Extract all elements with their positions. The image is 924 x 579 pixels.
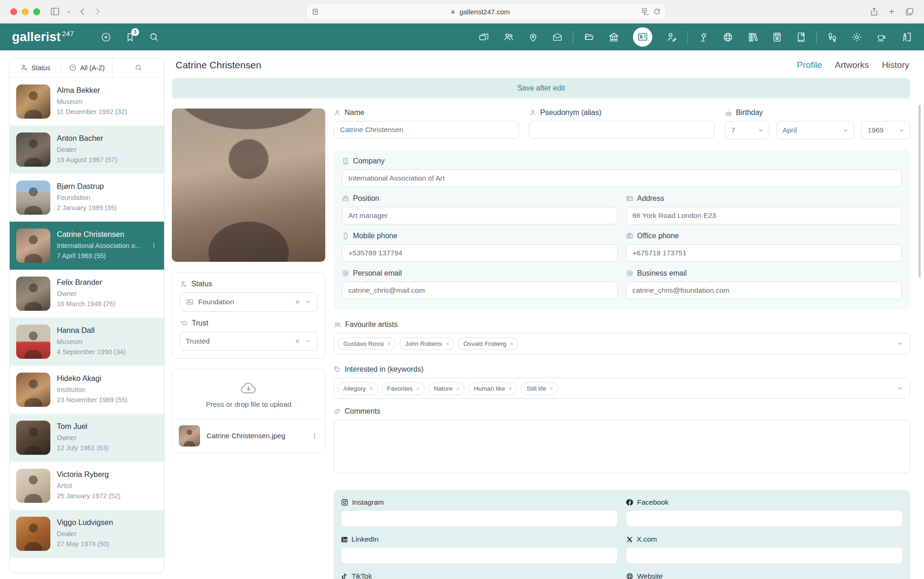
artist-chip[interactable]: Gustavo Rossi	[338, 338, 396, 350]
screens-icon[interactable]	[479, 32, 489, 42]
zoom-window-button[interactable]	[33, 8, 40, 15]
facebook-input[interactable]	[626, 510, 903, 527]
comments-textarea[interactable]	[334, 420, 910, 473]
logout-icon[interactable]	[901, 31, 912, 42]
chevron-down-icon[interactable]	[897, 340, 903, 347]
contact-list-item[interactable]: Tom JuelOwner12 July 1961 (63)	[10, 414, 164, 462]
new-tab-icon[interactable]	[888, 7, 896, 16]
chip-remove-icon[interactable]	[509, 341, 514, 346]
reload-icon[interactable]	[653, 8, 661, 15]
contact-more-options-icon[interactable]	[150, 242, 158, 249]
chip-remove-icon[interactable]	[445, 341, 450, 346]
filter-status-button[interactable]: Status	[10, 58, 61, 77]
trust-select[interactable]: Trusted	[180, 332, 317, 351]
minimize-window-button[interactable]	[22, 8, 29, 15]
tab-artworks[interactable]: Artworks	[835, 60, 869, 70]
attachment-menu-icon[interactable]	[311, 432, 318, 440]
contact-list-item[interactable]: Felix BranderOwner16 March 1948 (76)	[10, 270, 164, 318]
calculator-icon[interactable]	[772, 32, 782, 42]
share-icon[interactable]	[870, 7, 878, 16]
name-input[interactable]	[334, 121, 519, 139]
folder-icon[interactable]	[584, 32, 595, 42]
office-phone-input[interactable]	[626, 244, 902, 262]
artist-chip[interactable]: Osvald Froberg	[458, 338, 518, 350]
contact-card-icon-active[interactable]	[633, 27, 652, 47]
keyword-chip[interactable]: Favorites	[382, 382, 425, 395]
clients-icon[interactable]	[503, 31, 514, 42]
personal-email-input[interactable]	[342, 282, 618, 299]
person-edit-icon[interactable]	[666, 31, 677, 42]
footprints-icon[interactable]	[827, 32, 838, 42]
business-email-input[interactable]	[626, 282, 902, 299]
keyword-chip[interactable]: Nature	[428, 382, 465, 395]
chip-remove-icon[interactable]	[415, 386, 420, 391]
contact-list-item[interactable]: Victoria RybergArtist25 January 1972 (52…	[10, 462, 164, 510]
filter-sort-button[interactable]: All (A-Z)	[61, 58, 113, 77]
reader-icon[interactable]	[311, 8, 319, 16]
keyword-chip[interactable]: Human like	[468, 382, 517, 395]
contact-list-item[interactable]: Alma BekkerMuseum11 December 1992 (32)	[10, 78, 164, 126]
favourite-artists-select[interactable]: Gustavo Rossi John Roberts Osvald Frober…	[334, 333, 910, 354]
keyword-chip[interactable]: Still life	[521, 382, 558, 395]
settings-icon[interactable]	[851, 32, 862, 42]
contact-list-item[interactable]: Anton BacherDealer19 August 1967 (57)	[10, 126, 164, 174]
company-input[interactable]	[342, 169, 902, 187]
chip-remove-icon[interactable]	[369, 386, 374, 391]
chip-remove-icon[interactable]	[508, 386, 513, 391]
chevron-down-icon[interactable]	[66, 9, 71, 14]
birthday-month-select[interactable]: April	[776, 121, 854, 139]
mail-icon[interactable]	[552, 32, 563, 42]
chip-remove-icon[interactable]	[549, 386, 554, 391]
contact-list-item[interactable]: Hideko AkagiInstitution23 November 1969 …	[10, 366, 164, 414]
contact-list-item[interactable]: Viggo LudvigsenDealer27 May 1974 (50)	[10, 510, 164, 558]
birthday-year-select[interactable]: 1969	[861, 121, 910, 139]
back-button[interactable]	[79, 7, 87, 16]
chip-remove-icon[interactable]	[387, 341, 392, 346]
chevron-down-icon[interactable]	[305, 299, 311, 305]
url-bar[interactable]: gallerist247.com	[306, 3, 666, 20]
chevron-down-icon[interactable]	[305, 338, 311, 344]
contact-search-button[interactable]	[113, 58, 164, 77]
translate-icon[interactable]	[641, 7, 650, 16]
close-window-button[interactable]	[10, 8, 17, 15]
contact-list-item[interactable]: Bjørn DastrupFoundation2 January 1989 (3…	[10, 174, 164, 222]
library-icon[interactable]	[747, 32, 758, 42]
save-after-edit-banner[interactable]: Save after edit	[172, 78, 910, 98]
birthday-label: Birthday	[725, 109, 910, 117]
catalog-icon[interactable]	[796, 32, 806, 42]
coffee-icon[interactable]	[876, 32, 887, 42]
chip-remove-icon[interactable]	[456, 386, 461, 391]
globe-icon[interactable]	[723, 32, 733, 42]
forward-button[interactable]	[93, 7, 102, 16]
add-icon[interactable]	[101, 32, 111, 42]
scrollbar-thumb[interactable]	[918, 105, 921, 277]
upload-dropzone[interactable]: Press or drop file to upload	[172, 369, 325, 419]
pseudonym-input[interactable]	[529, 121, 714, 139]
sidebar-toggle-icon[interactable]	[50, 7, 60, 16]
bookmarks-icon[interactable]: 3	[125, 32, 135, 42]
contact-list-item-selected[interactable]: Catrine ChristensenInternational Associa…	[10, 222, 164, 270]
keywords-select[interactable]: Allegory Favorites Nature Human like Sti…	[334, 378, 910, 399]
contact-list-item[interactable]: Hanna DallMuseum4 September 1990 (34)	[10, 318, 164, 366]
artist-chip[interactable]: John Roberts	[400, 338, 454, 350]
birthday-day-select[interactable]: 7	[725, 121, 769, 139]
position-input[interactable]	[342, 207, 618, 224]
address-input[interactable]	[626, 207, 902, 224]
keyword-chip[interactable]: Allegory	[338, 382, 378, 395]
locations-icon[interactable]	[528, 32, 538, 42]
instagram-input[interactable]	[341, 510, 618, 527]
clear-icon[interactable]	[294, 338, 301, 344]
museum-icon[interactable]	[608, 32, 619, 42]
tab-overview-icon[interactable]	[905, 7, 914, 16]
tab-history[interactable]: History	[882, 60, 909, 70]
lamp-icon[interactable]	[698, 32, 709, 42]
xcom-input[interactable]	[626, 547, 903, 564]
chevron-down-icon[interactable]	[897, 385, 903, 392]
mobile-phone-input[interactable]	[342, 244, 618, 262]
tab-profile[interactable]: Profile	[797, 60, 822, 70]
linkedin-input[interactable]	[341, 547, 618, 564]
status-select[interactable]: Foundation	[180, 292, 317, 312]
search-icon[interactable]	[149, 32, 159, 42]
app-logo[interactable]: gallerist247	[12, 31, 74, 43]
clear-icon[interactable]	[294, 299, 301, 305]
